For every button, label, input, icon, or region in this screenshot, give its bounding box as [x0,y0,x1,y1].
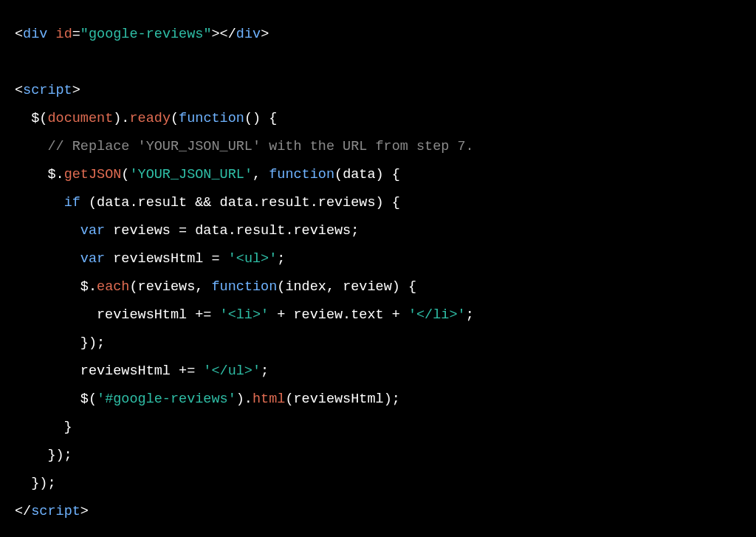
code-token: ). [113,111,129,126]
code-token: script [31,504,80,519]
code-token [47,27,55,42]
code-token: function [211,279,277,295]
code-token: ; [261,363,269,379]
code-token: if [64,195,80,211]
code-line [15,49,741,77]
code-token: '<li>' [220,307,269,323]
code-token: $. [15,167,64,182]
code-token: script [23,83,72,98]
code-token: (index, review) { [277,279,416,295]
code-line: $.getJSON('YOUR_JSON_URL', function(data… [15,161,741,189]
code-token: < [15,83,23,98]
code-line: var reviewsHtml = '<ul>'; [15,245,741,273]
code-token: ; [277,251,285,267]
code-token: }); [15,335,105,351]
code-token: ( [121,167,129,182]
code-token: > [261,27,269,42]
code-token: reviewsHtml = [105,251,228,267]
code-token: // Replace 'YOUR_JSON_URL' with the URL … [47,139,473,154]
code-token: ). [236,391,252,407]
code-line: reviewsHtml += '<li>' + review.text + '<… [15,301,741,329]
code-token: div [23,27,47,42]
code-line: }); [15,470,741,498]
code-line: </script> [15,498,741,526]
code-line: }); [15,329,741,358]
code-line: $(document).ready(function() { [15,105,741,133]
code-token: (reviews, [129,279,211,295]
code-token: 'YOUR_JSON_URL' [129,167,252,182]
code-line: }); [15,442,741,470]
code-line: $('#google-reviews').html(reviewsHtml); [15,386,741,414]
code-token: ( [171,111,179,126]
code-token: '<ul>' [228,251,278,267]
code-token: reviews = data.result.reviews; [105,223,359,239]
code-line: var reviews = data.result.reviews; [15,217,741,245]
code-token: getJSON [64,167,122,182]
code-token: (data) { [334,167,400,182]
code-line: // Replace 'YOUR_JSON_URL' with the URL … [15,133,741,161]
code-token: div [236,27,261,42]
code-token: $( [15,391,97,407]
code-token: ; [466,307,474,323]
code-token [15,195,64,211]
code-token: reviewsHtml += [15,307,220,323]
code-token: '</li>' [408,307,466,323]
code-token: function [269,167,334,182]
code-token: < [15,27,23,42]
code-block: <div id="google-reviews"></div> <script>… [15,21,741,526]
code-line: reviewsHtml += '</ul>'; [15,358,741,386]
code-token: > [80,504,89,519]
code-line: if (data.result && data.result.reviews) … [15,189,741,217]
code-token: reviewsHtml += [15,363,203,379]
code-token: , [252,167,269,182]
code-token: each [97,279,129,295]
code-line: <script> [15,77,741,105]
code-token: '#google-reviews' [97,391,236,407]
code-token: (reviewsHtml); [285,391,399,407]
code-token: + review.text + [269,307,408,323]
code-token: $( [15,111,47,126]
code-token: document [47,111,113,126]
code-token [15,251,80,267]
code-token: ready [129,111,171,126]
code-line: } [15,414,741,442]
code-token: = [72,27,80,42]
code-token: </ [15,504,31,519]
code-token: > [72,83,80,98]
code-token [15,223,80,239]
code-token: ></ [212,27,236,42]
code-line: <div id="google-reviews"></div> [15,21,741,49]
code-line: $.each(reviews, function(index, review) … [15,273,741,301]
code-token: "google-reviews" [80,27,212,42]
code-token: (data.result && data.result.reviews) { [80,195,400,211]
code-token: }); [15,476,56,491]
code-token: () { [244,111,277,126]
code-token: '</ul>' [203,363,261,379]
code-token: $. [15,279,97,295]
code-token: var [80,251,105,267]
code-token: }); [15,448,72,463]
code-token: var [80,223,105,239]
code-token: html [252,391,285,407]
code-token [15,139,47,154]
code-token: id [56,27,72,42]
code-token: } [15,420,72,435]
code-token: function [179,111,244,126]
